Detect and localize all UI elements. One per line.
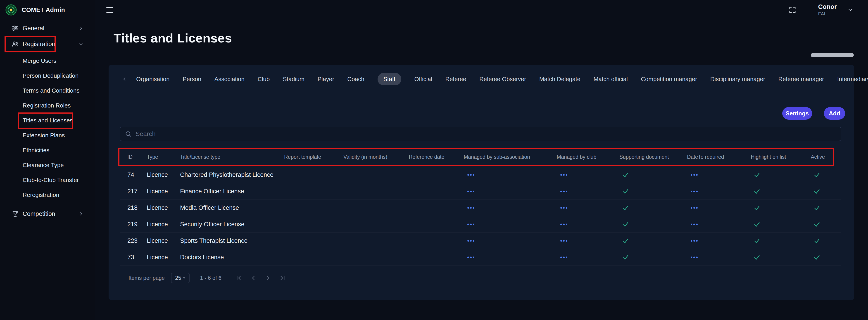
cell-dateto-required (687, 172, 751, 178)
three-dots-icon[interactable] (466, 172, 475, 178)
three-dots-icon[interactable] (559, 189, 568, 194)
sidebar-subitem-label: Club-to-Club Transfer (23, 177, 79, 184)
sidebar-subitem[interactable]: Ethnicities (0, 143, 95, 157)
table-row[interactable]: 73 Licence Doctors License (120, 249, 841, 265)
three-dots-icon[interactable] (559, 205, 568, 210)
table-row[interactable]: 217 Licence Finance Officer License (120, 183, 841, 200)
cell-id: 223 (120, 237, 147, 244)
sidebar-subitem[interactable]: Club-to-Club Transfer (0, 173, 95, 187)
three-dots-icon[interactable] (559, 172, 568, 178)
next-page-button[interactable] (264, 274, 272, 282)
cell-id: 217 (120, 188, 147, 195)
check-icon (622, 188, 629, 195)
tab[interactable]: Referee manager (778, 73, 824, 85)
sidebar-subitem[interactable]: Clearance Type (0, 157, 95, 173)
user-menu[interactable]: Conor FAI (818, 3, 837, 16)
tab[interactable]: Player (318, 73, 334, 85)
cell-id: 74 (120, 171, 147, 178)
tab[interactable]: Association (214, 73, 245, 85)
tabs-scroll-left-icon[interactable] (121, 76, 128, 82)
table-header-cell: Managed by club (557, 154, 619, 160)
three-dots-icon[interactable] (690, 172, 699, 178)
sidebar-subitem[interactable]: Reregistration (0, 187, 95, 202)
sidebar-subitem[interactable]: Terms and Conditions (0, 83, 95, 98)
last-page-button[interactable] (278, 274, 287, 282)
tab[interactable]: Competition manager (641, 73, 697, 85)
fullscreen-icon[interactable] (788, 6, 797, 14)
table-header: ID Type Title/License type Report templa… (120, 149, 841, 165)
sidebar-item-competition[interactable]: Competition (0, 206, 95, 222)
items-per-page-value: 25 (175, 275, 181, 281)
three-dots-icon[interactable] (559, 222, 568, 227)
table-row[interactable]: 218 Licence Media Officer License (120, 200, 841, 216)
sidebar-subitem-label: Ethnicities (23, 147, 50, 154)
three-dots-icon[interactable] (690, 238, 699, 243)
cell-active (811, 188, 841, 195)
check-icon (753, 237, 760, 244)
table-body: 74 Licence Chartered Physiotherapist Lic… (120, 167, 841, 265)
chevron-down-icon (78, 41, 84, 47)
tab[interactable]: Coach (347, 73, 364, 85)
cell-managed-by-sub-association (464, 189, 557, 194)
tab[interactable]: Organisation (136, 73, 169, 85)
three-dots-icon[interactable] (690, 205, 699, 210)
check-icon (753, 171, 760, 178)
cell-type: Licence (147, 171, 180, 178)
check-icon (813, 188, 820, 195)
sidebar-subitem[interactable]: Registration Roles (0, 98, 95, 113)
table-row[interactable]: 219 Licence Security Officer License (120, 216, 841, 233)
check-icon (622, 221, 629, 228)
three-dots-icon[interactable] (466, 222, 475, 227)
three-dots-icon[interactable] (466, 255, 475, 260)
three-dots-icon[interactable] (690, 222, 699, 227)
pagination: Items per page 25 1 - 6 of 6 (128, 271, 287, 285)
sidebar-item-registration[interactable]: Registration (0, 36, 95, 52)
cell-title: Media Officer License (180, 204, 284, 211)
settings-button[interactable]: Settings (782, 107, 812, 120)
cell-managed-by-sub-association (464, 172, 557, 178)
horizontal-scrollbar-thumb[interactable] (811, 53, 854, 57)
search-input[interactable] (135, 130, 836, 138)
menu-icon[interactable] (106, 7, 113, 13)
sidebar-subitem[interactable]: Titles and Licenses (0, 113, 95, 128)
chevron-down-icon[interactable] (847, 7, 854, 13)
tab[interactable]: Match Delegate (539, 73, 581, 85)
three-dots-icon[interactable] (690, 255, 699, 260)
cell-managed-by-sub-association (464, 205, 557, 210)
three-dots-icon[interactable] (466, 205, 475, 210)
three-dots-icon[interactable] (466, 238, 475, 243)
chevron-right-icon (78, 211, 84, 217)
table-row[interactable]: 223 Licence Sports Therapist Licence (120, 233, 841, 249)
sidebar-item-general[interactable]: General (0, 20, 95, 36)
sidebar-subitem[interactable]: Person Deduplication (0, 68, 95, 83)
brand: COMET Admin (0, 0, 95, 20)
sidebar-subitem-label: Merge Users (23, 57, 56, 64)
table-header-cell: Active (811, 154, 841, 160)
three-dots-icon[interactable] (690, 189, 699, 194)
items-per-page-select[interactable]: 25 (171, 273, 190, 283)
three-dots-icon[interactable] (559, 238, 568, 243)
sidebar-subitem[interactable]: Merge Users (0, 53, 95, 68)
tab[interactable]: Intermediary (837, 73, 868, 85)
table-row[interactable]: 74 Licence Chartered Physiotherapist Lic… (120, 167, 841, 183)
cell-type: Licence (147, 204, 180, 211)
three-dots-icon[interactable] (559, 255, 568, 260)
tab[interactable]: Referee Observer (479, 73, 526, 85)
tab[interactable]: Club (258, 73, 270, 85)
three-dots-icon[interactable] (466, 189, 475, 194)
tab[interactable]: Referee (445, 73, 466, 85)
tab[interactable]: Stadium (283, 73, 304, 85)
cell-highlight-on-list (751, 221, 811, 228)
previous-page-button[interactable] (249, 274, 258, 282)
sidebar-subitem-label: Extension Plans (23, 132, 65, 139)
cell-active (811, 171, 841, 178)
tab[interactable]: Staff (377, 73, 401, 85)
tab[interactable]: Match official (594, 73, 628, 85)
tab[interactable]: Person (183, 73, 201, 85)
first-page-button[interactable] (235, 274, 243, 282)
cell-managed-by-club (557, 222, 619, 227)
sidebar-subitem[interactable]: Extension Plans (0, 128, 95, 143)
add-button[interactable]: Add (824, 107, 845, 120)
tab[interactable]: Official (414, 73, 432, 85)
tab[interactable]: Disciplinary manager (710, 73, 765, 85)
